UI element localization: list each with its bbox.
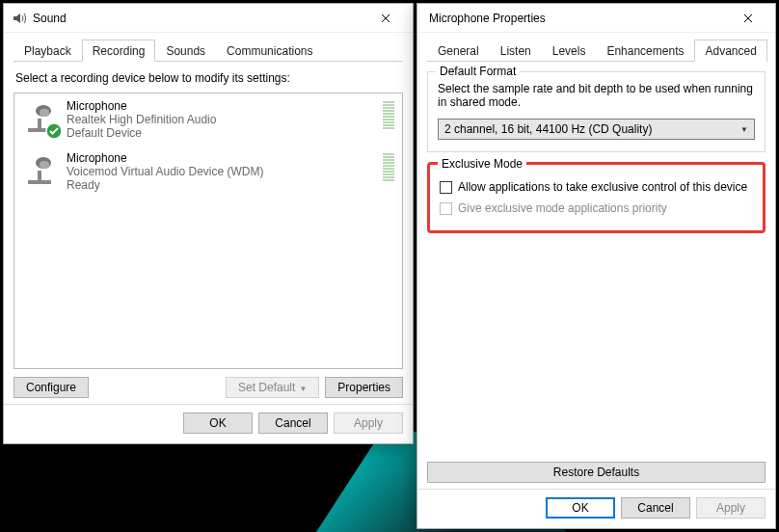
apply-button: Apply — [696, 497, 766, 519]
svg-rect-6 — [38, 171, 41, 182]
divider — [417, 489, 775, 490]
sound-body: Playback Recording Sounds Communications… — [4, 33, 413, 443]
device-status: Ready — [67, 178, 375, 192]
sound-title: Sound — [33, 12, 364, 25]
chevron-down-icon: ▼ — [740, 125, 748, 134]
tab-recording[interactable]: Recording — [82, 40, 156, 62]
level-meter — [383, 151, 394, 181]
check-badge-icon — [45, 122, 63, 140]
format-value: 2 channel, 16 bit, 44100 Hz (CD Quality) — [444, 122, 652, 136]
sound-tabs: Playback Recording Sounds Communications — [13, 39, 403, 62]
close-button[interactable] — [727, 5, 769, 32]
device-name: Microphone — [67, 99, 375, 113]
ok-button[interactable]: OK — [183, 412, 253, 434]
dialog-buttons: OK Cancel Apply — [427, 497, 766, 520]
tab-sounds[interactable]: Sounds — [155, 40, 216, 62]
tab-listen[interactable]: Listen — [490, 40, 542, 62]
default-format-desc: Select the sample rate and bit depth to … — [438, 82, 755, 109]
checkbox-box — [440, 181, 452, 194]
level-meter — [383, 99, 394, 129]
tab-enhancements[interactable]: Enhancements — [596, 40, 694, 62]
sound-window: Sound Playback Recording Sounds Communic… — [3, 3, 414, 444]
restore-defaults-button[interactable]: Restore Defaults — [427, 462, 766, 483]
exclusive-control-checkbox[interactable]: Allow applications to take exclusive con… — [440, 180, 753, 194]
tab-levels[interactable]: Levels — [542, 40, 597, 62]
configure-button[interactable]: Configure — [13, 377, 89, 398]
close-icon — [381, 13, 390, 23]
device-item[interactable]: Microphone Realtek High Definition Audio… — [14, 93, 402, 146]
chevron-down-icon: ▼ — [299, 385, 307, 393]
mic-tabs: General Listen Levels Enhancements Advan… — [427, 39, 766, 62]
device-status: Default Device — [67, 126, 375, 140]
tab-general[interactable]: General — [427, 40, 490, 62]
ok-button[interactable]: OK — [546, 497, 615, 519]
device-sub: Voicemod Virtual Audio Device (WDM) — [67, 165, 375, 178]
checkbox-box — [440, 202, 452, 215]
default-format-group: Default Format Select the sample rate an… — [427, 71, 766, 152]
mic-properties-window: Microphone Properties General Listen Lev… — [416, 3, 776, 529]
instruction-text: Select a recording device below to modif… — [15, 71, 401, 85]
device-labels: Microphone Realtek High Definition Audio… — [67, 99, 375, 140]
mic-body: General Listen Levels Enhancements Advan… — [417, 33, 775, 528]
exclusive-priority-checkbox: Give exclusive mode applications priorit… — [440, 201, 753, 215]
checkbox-label: Give exclusive mode applications priorit… — [458, 201, 667, 215]
device-item[interactable]: Microphone Voicemod Virtual Audio Device… — [14, 146, 402, 198]
cancel-button[interactable]: Cancel — [621, 497, 690, 519]
close-icon — [743, 13, 753, 23]
divider — [4, 404, 413, 405]
group-title: Exclusive Mode — [438, 157, 526, 171]
mic-title: Microphone Properties — [429, 12, 727, 25]
device-name: Microphone — [67, 151, 375, 165]
set-default-button: Set Default▼ — [226, 377, 319, 398]
device-list[interactable]: Microphone Realtek High Definition Audio… — [13, 93, 403, 369]
format-combobox[interactable]: 2 channel, 16 bit, 44100 Hz (CD Quality)… — [438, 119, 755, 140]
sound-titlebar[interactable]: Sound — [4, 4, 413, 33]
cancel-button[interactable]: Cancel — [258, 412, 328, 434]
tab-advanced[interactable]: Advanced — [694, 40, 766, 62]
group-title: Default Format — [436, 65, 520, 78]
svg-rect-3 — [40, 109, 49, 117]
svg-rect-1 — [38, 119, 41, 130]
tab-playback[interactable]: Playback — [13, 40, 82, 62]
dialog-buttons: OK Cancel Apply — [13, 412, 403, 436]
list-buttons: Configure Set Default▼ Properties — [13, 377, 403, 398]
tab-communications[interactable]: Communications — [216, 40, 323, 62]
device-labels: Microphone Voicemod Virtual Audio Device… — [67, 151, 375, 192]
exclusive-mode-group: Exclusive Mode Allow applications to tak… — [427, 162, 766, 233]
microphone-icon — [22, 151, 61, 190]
svg-rect-8 — [40, 161, 49, 169]
device-sub: Realtek High Definition Audio — [67, 113, 375, 126]
mic-titlebar[interactable]: Microphone Properties — [417, 4, 775, 33]
properties-button[interactable]: Properties — [325, 377, 403, 398]
checkbox-label: Allow applications to take exclusive con… — [458, 180, 747, 194]
close-button[interactable] — [364, 5, 407, 32]
speaker-icon — [12, 11, 27, 26]
apply-button: Apply — [334, 412, 403, 434]
microphone-icon — [22, 99, 61, 138]
